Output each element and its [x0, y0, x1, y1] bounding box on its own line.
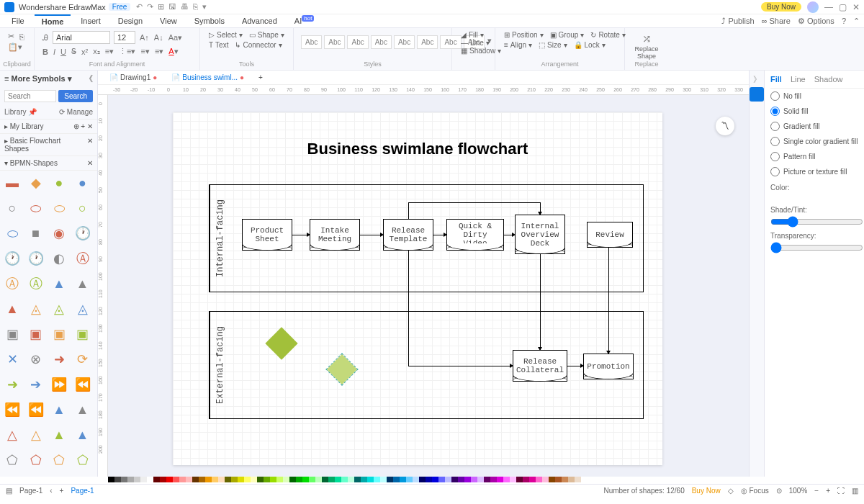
style-preset[interactable]: Abc — [347, 35, 368, 49]
color-swatch[interactable] — [367, 477, 374, 482]
box-intake-meeting[interactable]: Intake Meeting — [310, 219, 360, 251]
palette-shape[interactable]: ▣ — [4, 326, 20, 342]
group-button[interactable]: ▣ Group▾ — [549, 31, 586, 39]
text-button[interactable]: T Text — [207, 41, 230, 49]
library-label[interactable]: Library 📌 — [4, 108, 37, 116]
page-add-icon[interactable]: + — [60, 487, 64, 495]
palette-shape[interactable]: ➜ — [51, 351, 67, 367]
color-swatch[interactable] — [458, 477, 464, 482]
palette-shape[interactable]: ⬠ — [75, 452, 91, 468]
palette-shape[interactable]: ▲ — [75, 402, 91, 418]
color-swatch[interactable] — [568, 477, 575, 482]
palette-shape[interactable]: ⬭ — [28, 200, 44, 216]
palette-shape[interactable]: △ — [28, 427, 44, 443]
color-swatch[interactable] — [212, 477, 218, 482]
color-swatch[interactable] — [302, 477, 309, 482]
style-preset[interactable]: Abc — [371, 35, 392, 49]
palette-shape[interactable]: ■ — [28, 225, 44, 241]
palette-shape[interactable]: ⊗ — [28, 351, 44, 367]
fill-button[interactable]: ◢ Fill▾ — [459, 31, 487, 39]
color-swatch[interactable] — [432, 477, 438, 482]
color-swatch[interactable] — [166, 477, 173, 482]
menu-home[interactable]: Home — [35, 14, 71, 27]
close-icon[interactable]: ✕ — [852, 2, 860, 12]
buy-now-link[interactable]: Buy Now — [692, 487, 721, 495]
cut-icon[interactable]: ✂ — [7, 31, 15, 42]
palette-shape[interactable]: ◐ — [51, 251, 67, 266]
color-swatch[interactable] — [438, 477, 445, 482]
color-swatch[interactable] — [121, 477, 127, 482]
color-swatch[interactable] — [276, 477, 283, 482]
font-grow-icon[interactable]: A↑ — [139, 32, 150, 42]
color-swatch[interactable] — [555, 477, 562, 482]
strike-icon[interactable]: S̶ — [71, 46, 77, 57]
color-swatch[interactable] — [549, 477, 555, 482]
transp-slider[interactable] — [770, 242, 863, 253]
color-swatch[interactable] — [374, 477, 380, 482]
replace-shape-icon[interactable]: ⤮ — [632, 32, 661, 45]
menu-insert[interactable]: Insert — [73, 15, 108, 27]
new-icon[interactable]: ⊞ — [158, 2, 164, 12]
color-swatch[interactable] — [471, 477, 477, 482]
color-swatch[interactable] — [199, 477, 205, 482]
palette-shape[interactable]: ▲ — [4, 301, 20, 317]
palette-shape[interactable]: ◬ — [75, 301, 91, 317]
replace-shape-button[interactable]: Replace Shape — [632, 45, 661, 60]
page-tab[interactable]: Page-1 — [71, 487, 94, 495]
zoom-value[interactable]: 100% — [789, 487, 808, 495]
tab-business-swimlane[interactable]: 📄 Business swiml... ● — [164, 72, 251, 83]
opt-solid-fill[interactable]: Solid fill — [770, 104, 864, 119]
palette-shape[interactable]: ⬠ — [28, 452, 44, 468]
menu-design[interactable]: Design — [111, 15, 150, 27]
manage-link[interactable]: ⟳ Manage — [59, 108, 93, 116]
undo-icon[interactable]: ↶ — [136, 2, 143, 12]
copy-icon[interactable]: ⎘ — [19, 32, 25, 42]
font-shrink-icon[interactable]: A↓ — [153, 32, 164, 42]
menu-symbols[interactable]: Symbols — [187, 15, 232, 27]
palette-shape[interactable]: ⬠ — [51, 452, 67, 468]
box-product-sheet[interactable]: Product Sheet — [242, 219, 292, 251]
lock-button[interactable]: 🔒 Lock▾ — [572, 41, 607, 49]
font-family-select[interactable]: Arial — [53, 31, 110, 44]
color-swatch[interactable] — [231, 477, 238, 482]
color-swatch[interactable] — [393, 477, 400, 482]
color-swatch[interactable] — [114, 477, 121, 482]
palette-shape[interactable]: ✕ — [4, 351, 20, 367]
color-swatch[interactable] — [140, 477, 147, 482]
more-icon[interactable]: ▾ — [202, 2, 207, 12]
color-swatch[interactable] — [134, 477, 140, 482]
color-swatch[interactable] — [451, 477, 458, 482]
palette-shape[interactable]: ▣ — [28, 326, 44, 342]
brand-badge-icon[interactable]: 〽 — [716, 117, 734, 135]
box-review[interactable]: Review — [587, 222, 633, 248]
color-swatch[interactable] — [179, 477, 186, 482]
color-swatch[interactable] — [160, 477, 166, 482]
color-swatch[interactable] — [270, 477, 276, 482]
palette-shape[interactable]: ⏪ — [75, 377, 91, 392]
color-swatch[interactable] — [244, 477, 251, 482]
help-icon[interactable]: ? — [842, 17, 846, 26]
palette-shape[interactable]: 🕐 — [75, 225, 91, 241]
rotate-button[interactable]: ↻ Rotate▾ — [589, 31, 626, 39]
color-swatch[interactable] — [328, 477, 335, 482]
palette-shape[interactable]: Ⓐ — [75, 251, 91, 266]
color-swatch[interactable] — [186, 477, 192, 482]
color-swatch[interactable] — [315, 477, 322, 482]
color-swatch[interactable] — [289, 477, 296, 482]
font-size-select[interactable]: 12 — [114, 31, 135, 44]
palette-shape[interactable]: ▲ — [75, 276, 91, 292]
palette-shape[interactable]: ▬ — [4, 175, 20, 191]
export-icon[interactable]: ⎘ — [193, 2, 198, 12]
align-icon[interactable]: ≡▾ — [140, 46, 150, 57]
format-painter-icon[interactable]: Ꭿ — [42, 32, 49, 43]
palette-shape[interactable]: ⏪ — [28, 402, 44, 418]
opt-pattern-fill[interactable]: Pattern fill — [770, 149, 864, 164]
palette-shape[interactable]: ● — [51, 175, 67, 191]
palette-shape[interactable]: 🕐 — [28, 251, 44, 266]
opt-single-gradient[interactable]: Single color gradient fill — [770, 134, 864, 149]
redo-icon[interactable]: ↷ — [147, 2, 153, 12]
style-preset[interactable]: Abc — [301, 35, 322, 49]
palette-shape[interactable]: ○ — [75, 200, 91, 216]
box-promotion[interactable]: Promotion — [583, 354, 634, 379]
line-button[interactable]: ― Line▾ — [459, 39, 487, 47]
